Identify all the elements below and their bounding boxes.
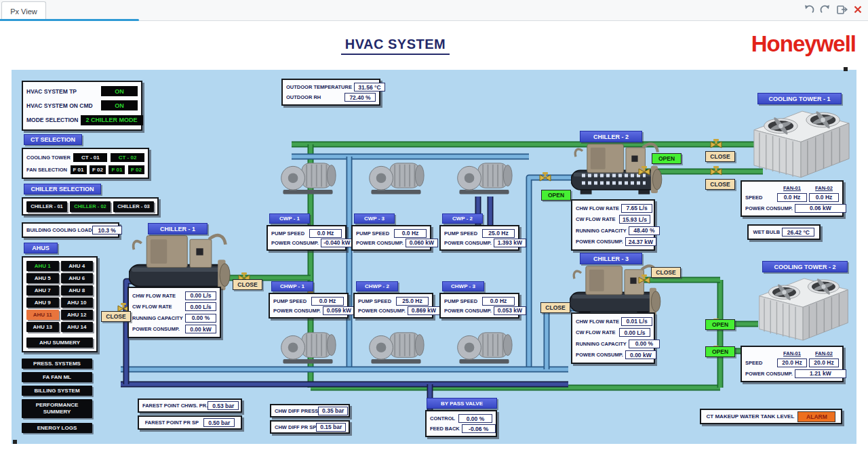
fan-f01-button[interactable]: F 01: [71, 165, 87, 174]
chiller-3-header: CHILLER - 3: [580, 253, 642, 264]
valve-tag-chiller3-right[interactable]: CLOSE: [651, 267, 681, 278]
billing-system-button[interactable]: BILLING SYSTEM: [22, 386, 92, 396]
chw-diff-press-panel: CHW DIFF PRESS 0.35 bar: [270, 404, 350, 417]
ahu-4-button[interactable]: AHU 4: [61, 261, 94, 271]
hvac-system-tp-value[interactable]: ON: [101, 86, 138, 96]
ct1-fan1-speed: 0.0 Hz: [777, 193, 807, 202]
chwp-3-panel: PUMP SPEED0.0 Hz POWER CONSUMP.0.053 kW: [439, 293, 519, 319]
pump-power-label: POWER CONSUMP.: [444, 240, 492, 246]
ct-02-button[interactable]: CT - 02: [111, 153, 144, 162]
performance-summary-button[interactable]: PERFORMANCE SUMMERY: [22, 399, 92, 418]
ahu-5-button[interactable]: AHU 5: [26, 273, 59, 283]
cw-flow-label: CW FLOW RATE: [132, 304, 172, 310]
resize-handle[interactable]: [844, 67, 848, 71]
tab-accent-bar: [0, 19, 139, 21]
chiller-02-button[interactable]: CHILLER - 02: [70, 201, 111, 212]
valve-tag-chiller2-right[interactable]: OPEN: [652, 153, 682, 164]
redo-icon[interactable]: [820, 4, 831, 15]
resize-handle[interactable]: [13, 440, 17, 444]
chiller-3-capacity: 0.00 %: [629, 340, 660, 348]
running-capacity-label: RUNNING CAPACITY: [576, 341, 627, 347]
outdoor-temp-value: 31.56 °C: [354, 83, 385, 91]
hvac-scada-screen: Px View HVAC SYSTEM Honeywell: [0, 0, 868, 450]
tab-px-view[interactable]: Px View: [1, 1, 46, 20]
pump-power-label: POWER CONSUMP.: [356, 240, 403, 246]
farest-sp-label: FAREST POINT PR SP: [145, 420, 199, 426]
ahus-header: AHUS: [24, 243, 58, 253]
fan-f01-button[interactable]: F 01: [108, 165, 125, 174]
mode-selection-value[interactable]: 2 CHILLER MODE: [81, 115, 143, 125]
chwp-1-speed: 0.0 Hz: [311, 297, 344, 306]
chwp-2-speed: 25.0 Hz: [396, 297, 429, 306]
chiller-01-button[interactable]: CHILLER - 01: [26, 201, 67, 212]
valve-tag-ct2-upper[interactable]: OPEN: [705, 319, 735, 330]
cwp-2-header: CWP - 2: [442, 213, 483, 224]
wet-bulb-panel: WET BULB 26.42 °C: [747, 224, 821, 240]
valve-tag-ct2-lower[interactable]: OPEN: [705, 346, 735, 357]
valve-tag-chiller1-right[interactable]: CLOSE: [233, 279, 262, 290]
chiller-selection-panel: CHILLER - 01 CHILLER - 02 CHILLER - 03: [22, 197, 159, 216]
chiller-selection-header: CHILLER SELECTION: [24, 184, 101, 195]
fan-f02-button[interactable]: F 02: [90, 165, 106, 174]
ahu-13-button[interactable]: AHU 13: [26, 322, 59, 332]
energy-logs-button[interactable]: ENERGY LOGS: [22, 423, 92, 433]
power-consump-label: POWER CONSUMP.: [132, 326, 180, 332]
chiller-3-data-panel: CHW FLOW RATE0.01 L/s CW FLOW RATE0.00 L…: [571, 312, 655, 364]
ahu-7-button[interactable]: AHU 7: [26, 285, 59, 295]
export-page-icon[interactable]: [836, 4, 848, 15]
ct-selection-panel: COOLING TOWER CT - 01 CT - 02 FAN SELECT…: [22, 148, 149, 179]
pump-speed-label: PUMP SPEED: [444, 298, 477, 304]
bypass-valve-panel: CONTROL 0.00 % FEED BACK -0.06 %: [425, 410, 497, 437]
cwp-1-panel: PUMP SPEED0.0 Hz POWER CONSUMP.-0.040 kW: [267, 225, 347, 251]
chiller-03-button[interactable]: CHILLER - 03: [113, 201, 154, 212]
close-icon[interactable]: [853, 5, 863, 14]
fan-02-header: FAN-02: [809, 185, 839, 191]
ahu-11-button[interactable]: AHU 11: [26, 310, 59, 320]
running-capacity-label: RUNNING CAPACITY: [132, 315, 183, 321]
cooling-tower-1-panel: FAN-01 FAN-02 SPEED 0.0 Hz 0.0 Hz POWER …: [741, 180, 844, 217]
bypass-valve-header: BY PASS VALVE: [427, 398, 497, 409]
cwp-3-header: CWP - 3: [354, 213, 395, 224]
fa-fan-ml-button[interactable]: FA FAN ML: [22, 372, 92, 382]
building-cooling-load-panel: BUILDING COOLING LOAD 10.3 %: [22, 222, 119, 238]
fan-02-header: FAN-02: [809, 350, 839, 356]
chiller-1-cw-flow: 0.00 L/s: [185, 302, 216, 311]
cooling-tower-2-header: COOLING TOWER - 2: [762, 261, 848, 272]
power-consump-label: POWER CONSUMP.: [745, 371, 793, 377]
chwp-3-power: 0.053 kW: [494, 306, 526, 315]
ahu-9-button[interactable]: AHU 9: [26, 298, 59, 308]
valve-tag-chiller2-left[interactable]: OPEN: [541, 190, 571, 201]
fan-01-header: FAN-01: [777, 350, 807, 356]
ct-makeup-alarm-button[interactable]: ALARM: [797, 411, 835, 422]
ct-01-button[interactable]: CT - 01: [73, 153, 107, 162]
farest-point-sp-panel: FAREST POINT PR SP 0.50 bar: [138, 415, 242, 430]
valve-tag-chiller1-left[interactable]: CLOSE: [101, 311, 131, 322]
ahu-8-button[interactable]: AHU 8: [61, 285, 94, 295]
ahu-6-button[interactable]: AHU 6: [61, 273, 94, 283]
ct2-fan2-speed: 20.0 Hz: [809, 359, 839, 367]
valve-tag-ct1-lower[interactable]: CLOSE: [705, 179, 735, 190]
window-chrome: Px View: [0, 0, 868, 21]
speed-label: SPEED: [745, 360, 775, 366]
chiller-1-power: 0.00 kW: [185, 325, 216, 333]
fan-f02-button[interactable]: F 02: [128, 165, 144, 174]
chiller-3-power: 0.00 kW: [625, 350, 656, 359]
chw-diff-sp-value: 0.15 bar: [316, 423, 346, 432]
valve-tag-ct1-upper[interactable]: CLOSE: [705, 151, 735, 162]
ahu-14-button[interactable]: AHU 14: [61, 322, 94, 332]
press-systems-button[interactable]: PRESS. SYSTEMS: [22, 359, 92, 369]
undo-icon[interactable]: [804, 4, 814, 15]
chiller-2-header: CHILLER - 2: [580, 131, 642, 142]
ahu-summary-button[interactable]: AHU SUMMERY: [26, 338, 93, 348]
hvac-system-cmd-value[interactable]: ON: [101, 100, 138, 110]
valve-tag-chiller3-left[interactable]: CLOSE: [540, 302, 570, 313]
ahu-1-button[interactable]: AHU 1: [26, 261, 59, 271]
outdoor-rh-label: OUTDOOR RH: [286, 94, 321, 100]
ahu-10-button[interactable]: AHU 10: [61, 298, 94, 308]
cw-flow-label: CW FLOW RATE: [576, 329, 616, 335]
cw-flow-label: CW FLOW RATE: [576, 216, 616, 222]
chiller-2-chw-flow: 7.65 L/s: [621, 204, 652, 213]
chwp-1-header: CHWP - 1: [271, 281, 313, 291]
ahu-12-button[interactable]: AHU 12: [61, 310, 94, 320]
outdoor-conditions-panel: OUTDOOR TEMPERATURE 31.56 °C OUTDOOR RH …: [281, 79, 380, 106]
